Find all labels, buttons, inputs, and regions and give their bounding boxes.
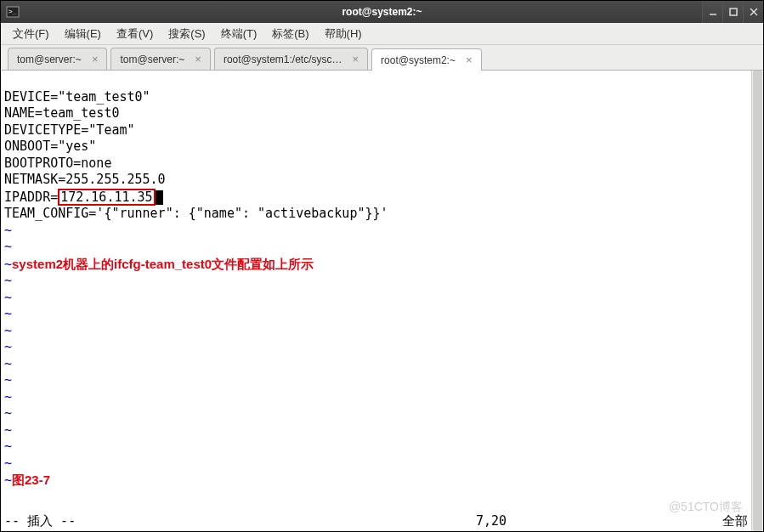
config-line: TEAM_CONFIG='{"runner": {"name": "active… <box>4 206 388 221</box>
vim-tilde: ~ <box>4 389 12 405</box>
tab-item[interactable]: root@system1:/etc/sysc… × <box>214 48 368 70</box>
menu-edit[interactable]: 编辑(E) <box>58 24 108 44</box>
window-buttons <box>702 1 763 23</box>
menu-search[interactable]: 搜索(S) <box>161 24 212 44</box>
menu-file[interactable]: 文件(F) <box>6 24 56 44</box>
vim-tilde: ~ <box>4 290 12 305</box>
config-line: ONBOOT="yes" <box>4 139 96 154</box>
window-titlebar: >_ root@system2:~ <box>1 1 763 23</box>
figure-label: 图23-7 <box>12 473 50 487</box>
tab-label: tom@server:~ <box>120 54 184 65</box>
minimize-button[interactable] <box>702 1 722 23</box>
close-icon[interactable]: × <box>462 54 473 65</box>
vim-mode: -- 插入 -- <box>4 513 476 530</box>
tab-item[interactable]: tom@server:~ × <box>110 48 210 70</box>
menu-terminal[interactable]: 终端(T) <box>214 24 264 44</box>
window-title: root@system2:~ <box>342 6 422 18</box>
vim-tilde: ~ <box>4 372 12 388</box>
tab-item-active[interactable]: root@system2:~ × <box>371 48 481 71</box>
config-line: NETMASK=255.255.255.0 <box>4 172 166 187</box>
tab-label: tom@server:~ <box>17 54 82 65</box>
vim-tilde: ~ <box>4 456 12 471</box>
text-cursor <box>156 190 163 205</box>
svg-rect-3 <box>730 8 737 15</box>
tabbar: tom@server:~ × tom@server:~ × root@syste… <box>1 45 763 71</box>
scrollbar-thumb[interactable] <box>753 71 762 531</box>
highlighted-ip: 172.16.11.35 <box>58 189 155 207</box>
vertical-scrollbar[interactable] <box>751 71 763 531</box>
config-line: DEVICE="team_test0" <box>4 89 150 105</box>
config-ip-label: IPADDR= <box>4 190 58 205</box>
menubar: 文件(F) 编辑(E) 查看(V) 搜索(S) 终端(T) 标签(B) 帮助(H… <box>1 23 763 45</box>
watermark: @51CTO博客 <box>669 499 743 514</box>
vim-tilde: ~ <box>4 273 12 288</box>
config-line: BOOTPROTO=none <box>4 156 111 171</box>
svg-text:>_: >_ <box>8 8 17 15</box>
vim-tilde: ~ <box>4 356 12 371</box>
vim-statusline: -- 插入 -- 7,20 全部 <box>1 513 751 532</box>
config-line: NAME=team_test0 <box>4 105 119 121</box>
menu-view[interactable]: 查看(V) <box>110 24 160 44</box>
vim-tilde: ~ <box>4 223 12 238</box>
vim-tilde: ~ <box>4 422 12 438</box>
tab-label: root@system2:~ <box>381 54 456 66</box>
annotation-text: system2机器上的ifcfg-team_test0文件配置如上所示 <box>12 257 314 271</box>
vim-tilde: ~ <box>4 339 12 354</box>
close-icon[interactable]: × <box>348 54 359 65</box>
vim-tilde: ~ <box>4 323 12 338</box>
maximize-button[interactable] <box>722 1 743 23</box>
close-button[interactable] <box>743 1 763 23</box>
terminal-output[interactable]: DEVICE="team_test0" NAME=team_test0 DEVI… <box>1 71 751 531</box>
vim-tilde: ~ <box>4 439 12 454</box>
close-icon[interactable]: × <box>88 54 99 65</box>
app-icon: >_ <box>6 5 20 19</box>
vim-tilde: ~ <box>4 239 12 254</box>
cursor-position: 7,20 <box>476 513 680 530</box>
tab-item[interactable]: tom@server:~ × <box>8 48 107 70</box>
close-icon[interactable]: × <box>191 54 201 65</box>
tab-label: root@system1:/etc/sysc… <box>224 54 342 65</box>
vim-tilde: ~ <box>4 473 12 488</box>
scroll-percent: 全部 <box>680 513 748 530</box>
vim-tilde: ~ <box>4 306 12 321</box>
menu-tabs[interactable]: 标签(B) <box>265 24 315 44</box>
vim-tilde: ~ <box>4 405 12 421</box>
config-line: DEVICETYPE="Team" <box>4 122 135 138</box>
vim-tilde: ~ <box>4 257 12 272</box>
menu-help[interactable]: 帮助(H) <box>318 24 369 44</box>
